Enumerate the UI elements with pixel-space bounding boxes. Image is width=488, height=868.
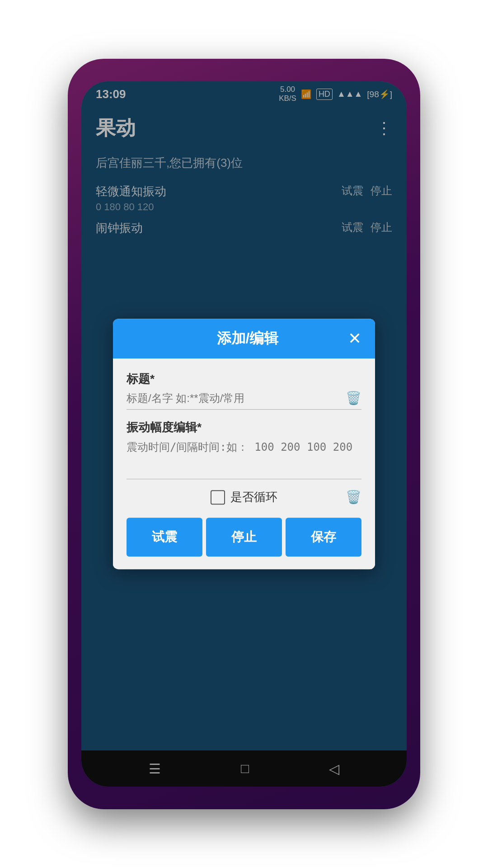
title-field-label: 标题* [127,371,361,387]
test-button[interactable]: 试震 [127,518,202,557]
amplitude-field-label: 振动幅度编辑* [127,420,361,435]
save-button[interactable]: 保存 [286,518,361,557]
dialog-body: 标题* 🗑️ 振动幅度编辑* 是否循环 🗑️ 试 [113,359,375,569]
title-input[interactable] [127,392,340,405]
title-field-row: 🗑️ [127,391,361,410]
loop-checkbox-row: 是否循环 🗑️ [127,489,361,505]
phone-screen: 13:09 5.00KB/S 📶 HD ▲▲▲ [98⚡] 果动 ⋮ 后宫佳丽三… [81,81,407,787]
title-clear-icon[interactable]: 🗑️ [346,391,361,406]
loop-label: 是否循环 [230,489,277,505]
dialog-buttons: 试震 停止 保存 [127,516,361,558]
dialog-header: 添加/编辑 ✕ [113,319,375,359]
dialog-title: 添加/编辑 [143,329,352,349]
add-edit-dialog: 添加/编辑 ✕ 标题* 🗑️ 振动幅度编辑* 是否循环 [113,319,375,569]
loop-checkbox[interactable] [211,490,225,505]
amplitude-input[interactable] [127,439,361,475]
stop-button[interactable]: 停止 [206,518,282,557]
amplitude-field-row [127,439,361,479]
dialog-close-button[interactable]: ✕ [348,330,361,347]
phone-shell: 13:09 5.00KB/S 📶 HD ▲▲▲ [98⚡] 果动 ⋮ 后宫佳丽三… [68,59,420,809]
amplitude-clear-icon[interactable]: 🗑️ [346,490,361,505]
